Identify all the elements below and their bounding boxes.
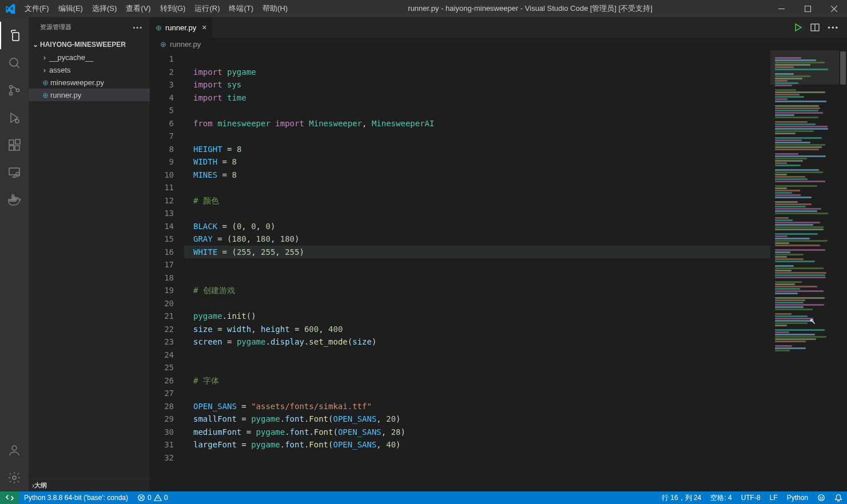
code-line[interactable]: # 颜色 [184, 194, 770, 207]
menu-item[interactable]: 转到(G) [156, 0, 190, 17]
menu-item[interactable]: 运行(R) [190, 0, 224, 17]
code-line[interactable]: # 创建游戏 [184, 284, 770, 297]
code-line[interactable]: import pygame [184, 66, 770, 79]
minimize-button[interactable] [768, 0, 794, 17]
minimap[interactable]: ↖ [770, 50, 839, 491]
project-name: HAIYONG-MINESWEEPER [40, 41, 126, 49]
status-encoding[interactable]: UTF-8 [737, 491, 765, 504]
extensions-icon[interactable] [0, 131, 29, 159]
status-cursor-position[interactable]: 行 16，列 24 [657, 491, 706, 504]
tree-file[interactable]: ⊕runner.py [29, 89, 150, 101]
code-line[interactable] [184, 258, 770, 271]
code-line[interactable]: import time [184, 91, 770, 105]
menu-item[interactable]: 查看(V) [121, 0, 155, 17]
menu-item[interactable]: 终端(T) [224, 0, 258, 17]
status-problems[interactable]: 0 0 [133, 491, 172, 504]
more-icon[interactable]: ••• [828, 23, 839, 32]
outline-label: 大纲 [34, 481, 47, 490]
tree-folder[interactable]: ›__pycache__ [29, 51, 150, 63]
menu-item[interactable]: 编辑(E) [54, 0, 88, 17]
tabs-bar: ⊕ runner.py × ••• [150, 17, 847, 38]
status-feedback-icon[interactable] [813, 491, 830, 504]
code-line[interactable] [184, 297, 770, 310]
code-line[interactable]: size = width, height = 600, 400 [184, 323, 770, 336]
status-language[interactable]: Python [782, 491, 813, 504]
code-line[interactable]: OPEN_SANS = "assets/fonts/simkai.ttf" [184, 400, 770, 413]
status-eol[interactable]: LF [765, 491, 782, 504]
outline-section[interactable]: › 大纲 [29, 479, 150, 491]
code-line[interactable] [184, 387, 770, 400]
code-line[interactable] [184, 104, 770, 117]
project-root[interactable]: ⌄ HAIYONG-MINESWEEPER [29, 38, 150, 51]
close-button[interactable] [821, 0, 847, 17]
python-file-icon: ⊕ [156, 23, 162, 32]
source-control-icon[interactable] [0, 77, 29, 104]
chevron-down-icon: ⌄ [31, 41, 40, 49]
remote-explorer-icon[interactable] [0, 159, 29, 186]
account-icon[interactable] [0, 437, 29, 464]
tree-folder[interactable]: ›assets [29, 63, 150, 76]
status-indent[interactable]: 空格: 4 [706, 491, 736, 504]
breadcrumb[interactable]: ⊕ runner.py [150, 38, 847, 50]
menu-item[interactable]: 选择(S) [88, 0, 121, 17]
errors-count: 0 [148, 494, 152, 502]
code-line[interactable]: mediumFont = pygame.font.Font(OPEN_SANS,… [184, 426, 770, 439]
code-line[interactable]: import sys [184, 78, 770, 91]
scrollbar-vertical[interactable] [839, 50, 847, 491]
split-editor-icon[interactable] [810, 23, 820, 32]
menu-item[interactable]: 帮助(H) [258, 0, 292, 17]
explorer-icon[interactable] [0, 22, 29, 49]
code-line[interactable] [184, 349, 770, 362]
code-line[interactable] [184, 271, 770, 285]
svg-rect-9 [15, 146, 19, 150]
code-editor[interactable]: import pygameimport sysimport timefrom m… [184, 50, 770, 491]
code-line[interactable] [184, 361, 770, 374]
code-line[interactable]: WIDTH = 8 [184, 155, 770, 169]
status-notifications-icon[interactable] [830, 491, 847, 504]
file-name: runner.py [50, 91, 81, 99]
code-line[interactable] [184, 207, 770, 220]
status-python-env[interactable]: Python 3.8.8 64-bit ('base': conda) [19, 491, 133, 504]
code-line[interactable] [184, 181, 770, 194]
code-line[interactable]: largeFont = pygame.font.Font(OPEN_SANS, … [184, 438, 770, 451]
svg-rect-1 [805, 6, 810, 11]
code-line[interactable]: MINES = 8 [184, 169, 770, 182]
file-name: minesweeper.py [50, 78, 104, 87]
code-line[interactable]: GRAY = (180, 180, 180) [184, 233, 770, 246]
line-gutter: 1234567891011121314151617181920212223242… [150, 50, 184, 491]
run-icon[interactable] [793, 23, 802, 32]
code-line[interactable]: BLACK = (0, 0, 0) [184, 220, 770, 233]
svg-point-6 [15, 119, 19, 123]
svg-point-19 [822, 497, 822, 498]
code-line[interactable]: pygame.init() [184, 310, 770, 323]
folder-name: __pycache__ [49, 53, 93, 62]
tree-file[interactable]: ⊕minesweeper.py [29, 76, 150, 89]
run-debug-icon[interactable] [0, 104, 29, 131]
svg-rect-11 [9, 168, 19, 175]
remote-indicator[interactable] [0, 491, 19, 504]
more-icon[interactable]: ••• [133, 24, 143, 31]
maximize-button[interactable] [794, 0, 821, 17]
activity-bar [0, 17, 29, 491]
code-line[interactable] [184, 53, 770, 66]
chevron-right-icon: › [40, 53, 49, 62]
tab-runner-py[interactable]: ⊕ runner.py × [150, 17, 213, 38]
code-line[interactable]: smallFont = pygame.font.Font(OPEN_SANS, … [184, 413, 770, 426]
search-icon[interactable] [0, 49, 29, 77]
warnings-count: 0 [164, 494, 168, 502]
code-line[interactable] [184, 451, 770, 465]
docker-icon[interactable] [0, 186, 29, 214]
code-line[interactable]: # 字体 [184, 374, 770, 387]
scrollbar-thumb[interactable] [840, 51, 846, 85]
code-line[interactable]: screen = pygame.display.set_mode(size) [184, 335, 770, 349]
close-icon[interactable]: × [202, 23, 206, 32]
svg-point-14 [13, 476, 16, 479]
code-line[interactable]: HEIGHT = 8 [184, 143, 770, 156]
code-line[interactable] [184, 130, 770, 143]
window-title: runner.py - haiyong-minesweeper - Visual… [292, 3, 768, 14]
code-line[interactable]: from minesweeper import Minesweeper, Min… [184, 117, 770, 130]
svg-point-3 [10, 86, 13, 89]
code-line[interactable]: WHITE = (255, 255, 255) [184, 246, 770, 259]
settings-gear-icon[interactable] [0, 464, 29, 491]
menu-item[interactable]: 文件(F) [20, 0, 54, 17]
